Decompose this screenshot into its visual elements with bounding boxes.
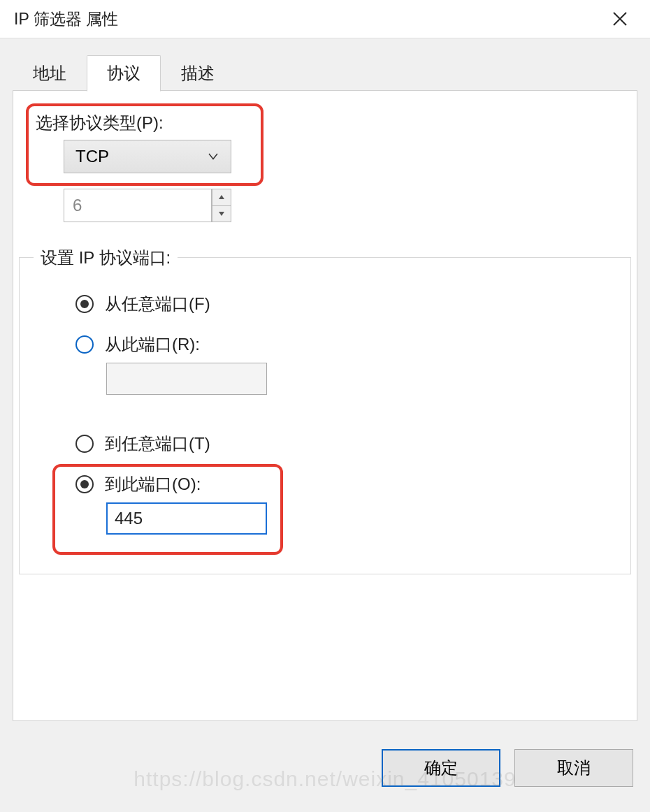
- client-area: 地址 协议 描述 选择协议类型(P): TCP 6 设置: [0, 38, 650, 812]
- port-group-title: 设置 IP 协议端口:: [34, 247, 178, 269]
- spinner-up-button[interactable]: [212, 189, 231, 205]
- radio-from-this[interactable]: [75, 335, 94, 354]
- radio-row-from-this: 从此端口(R):: [75, 333, 200, 356]
- protocol-number-field[interactable]: 6: [64, 189, 212, 222]
- radio-to-any-label: 到任意端口(T): [105, 433, 210, 455]
- radio-to-this-label: 到此端口(O):: [105, 473, 201, 495]
- radio-row-to-this: 到此端口(O):: [75, 473, 201, 495]
- radio-row-to-any: 到任意端口(T): [75, 433, 210, 455]
- close-icon: [612, 10, 628, 27]
- from-port-input[interactable]: [106, 363, 267, 395]
- port-group: 设置 IP 协议端口: 从任意端口(F) 从此端口(R): 到任意端口(T) 到…: [19, 257, 631, 574]
- tab-address[interactable]: 地址: [13, 55, 87, 92]
- radio-row-from-any: 从任意端口(F): [75, 293, 210, 315]
- tab-protocol[interactable]: 协议: [87, 55, 161, 92]
- caret-down-icon: [218, 211, 225, 217]
- radio-to-any[interactable]: [75, 435, 94, 453]
- window-title: IP 筛选器 属性: [14, 8, 118, 30]
- radio-from-any-label: 从任意端口(F): [105, 293, 210, 315]
- dialog-button-row: 确定 取消: [382, 749, 633, 787]
- protocol-type-label: 选择协议类型(P):: [36, 112, 164, 134]
- close-button[interactable]: [604, 3, 636, 35]
- protocol-number-spinner: 6: [64, 189, 231, 222]
- tab-panel-protocol: 选择协议类型(P): TCP 6 设置 IP 协议端口: 从任意端口: [13, 90, 637, 721]
- tab-description[interactable]: 描述: [161, 55, 235, 92]
- ok-button[interactable]: 确定: [382, 749, 500, 787]
- chevron-down-icon: [207, 147, 219, 166]
- protocol-type-value: TCP: [75, 147, 109, 166]
- spinner-down-button[interactable]: [212, 205, 231, 223]
- titlebar: IP 筛选器 属性: [0, 0, 650, 38]
- tab-row: 地址 协议 描述: [13, 52, 235, 92]
- radio-to-this[interactable]: [75, 475, 94, 493]
- radio-from-any[interactable]: [75, 295, 94, 313]
- protocol-type-select[interactable]: TCP: [64, 140, 231, 173]
- caret-up-icon: [218, 194, 225, 200]
- cancel-button[interactable]: 取消: [514, 749, 633, 787]
- spinner-buttons: [212, 189, 231, 222]
- to-port-input[interactable]: [106, 502, 267, 535]
- radio-from-this-label: 从此端口(R):: [105, 333, 200, 356]
